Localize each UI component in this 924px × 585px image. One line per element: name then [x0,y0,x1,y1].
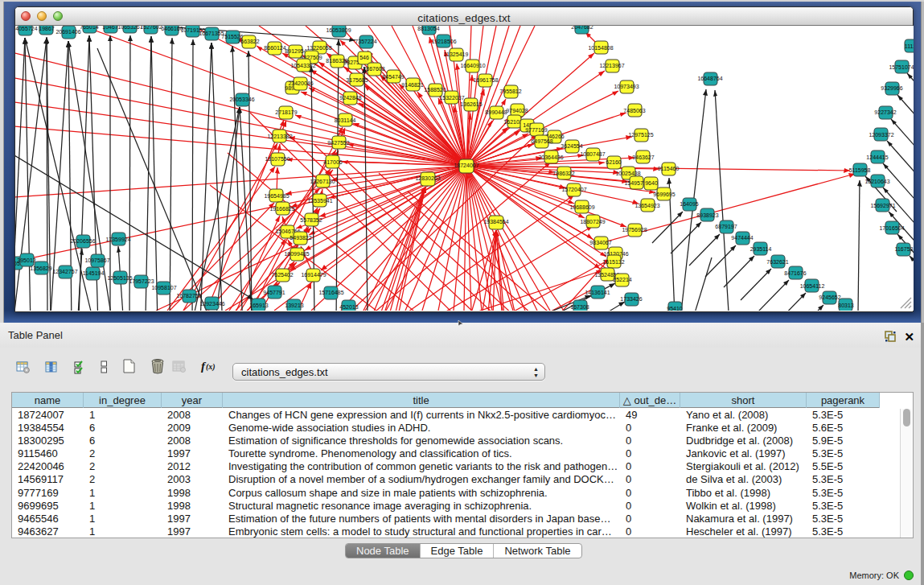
svg-text:12975125: 12975125 [628,132,653,138]
svg-text:15322037: 15322037 [439,95,464,101]
svg-text:10654112: 10654112 [800,283,825,289]
svg-text:8031144: 8031144 [335,117,356,123]
svg-text:1615132: 1615132 [602,259,624,265]
svg-text:2867608: 2867608 [363,66,384,72]
svg-text:10975867: 10975867 [84,257,109,263]
svg-text:6497568: 6497568 [531,138,552,144]
svg-text:11325419: 11325419 [444,51,469,57]
svg-text:765014: 765014 [80,26,98,30]
svg-text:16099485: 16099485 [284,251,309,257]
svg-text:10467: 10467 [102,26,118,30]
svg-text:1244415: 1244415 [866,154,888,160]
svg-text:9457791: 9457791 [263,290,285,295]
svg-text:1527602: 1527602 [140,26,162,30]
svg-text:1588520: 1588520 [424,87,446,93]
svg-text:12213382: 12213382 [267,134,292,139]
svg-text:12830203: 12830203 [415,175,440,181]
svg-text:(x): (x) [206,362,216,372]
svg-text:8990448: 8990448 [485,109,507,115]
svg-text:5493822: 5493822 [290,235,311,241]
svg-text:17016504: 17016504 [879,225,904,231]
svg-text:10973493: 10973493 [614,84,639,89]
svg-text:7955812: 7955812 [499,89,521,94]
svg-text:7485063: 7485063 [623,108,645,113]
svg-text:9777169: 9777169 [525,127,547,133]
svg-text:13267130: 13267130 [310,179,335,184]
svg-text:3175685: 3175685 [346,77,368,83]
svg-text:12093372: 12093372 [869,132,893,138]
svg-text:18107550: 18107550 [265,156,290,162]
svg-text:20691406: 20691406 [55,29,80,35]
svg-text:11124: 11124 [905,43,914,49]
svg-text:395013: 395013 [17,257,35,263]
svg-text:139213: 139213 [285,303,303,308]
svg-text:9245652: 9245652 [819,295,840,300]
svg-text:9427552: 9427552 [327,140,349,146]
svg-text:1362615: 1362615 [460,101,482,107]
svg-text:15716485: 15716485 [318,290,343,295]
svg-text:80313: 80313 [838,303,854,308]
svg-text:417006: 417006 [323,159,342,165]
svg-text:2718179: 2718179 [275,109,297,115]
svg-text:19218506: 19218506 [431,39,456,44]
svg-text:16671355: 16671355 [199,31,224,36]
svg-text:15692971: 15692971 [870,203,895,208]
svg-text:8454749: 8454749 [382,74,404,80]
svg-text:9463627: 9463627 [632,154,654,160]
svg-text:252214: 252214 [613,277,631,282]
svg-text:9474444: 9474444 [731,235,753,241]
svg-text:5578352: 5578352 [300,217,322,223]
svg-text:546: 546 [359,55,369,60]
svg-text:14055724: 14055724 [15,26,38,31]
svg-text:62160: 62160 [606,159,622,165]
svg-text:10653267: 10653267 [117,26,142,30]
svg-text:16914479: 16914479 [301,272,326,278]
svg-text:16648764: 16648764 [697,76,722,81]
svg-text:452013: 452013 [339,304,358,310]
svg-text:8471676: 8471676 [784,270,806,276]
svg-text:8813054: 8813054 [417,26,439,31]
svg-text:12213967: 12213967 [599,63,624,68]
svg-text:7357224: 7357224 [355,39,376,44]
svg-text:18724007: 18724007 [454,163,478,168]
svg-text:3624554: 3624554 [561,143,582,149]
svg-text:8938923: 8938923 [696,212,718,218]
svg-text:9115460: 9115460 [658,166,680,171]
svg-text:16053809: 16053809 [326,27,351,33]
svg-text:7663822: 7663822 [237,39,259,44]
svg-text:167308: 167308 [570,304,589,310]
svg-text:16961758: 16961758 [473,77,498,83]
svg-text:20364436: 20364436 [538,154,563,160]
svg-text:17359924: 17359924 [105,237,130,242]
svg-text:16640910: 16640910 [460,63,485,68]
svg-text:16210643: 16210643 [864,179,889,184]
svg-text:19384554: 19384554 [483,219,508,225]
svg-text:10154808: 10154808 [588,45,613,51]
svg-text:16782759: 16782759 [176,293,201,299]
svg-text:12923446: 12923446 [199,301,224,307]
svg-text:1356829: 1356829 [30,266,51,271]
svg-text:1145194: 1145194 [83,270,105,276]
svg-text:13535941: 13535941 [307,198,332,204]
svg-text:20053346: 20053346 [229,97,254,102]
svg-text:95410: 95410 [667,306,683,311]
svg-text:9699695: 9699695 [653,192,675,197]
svg-text:12342757: 12342757 [52,269,77,274]
svg-text:5115958: 5115958 [849,167,871,173]
svg-text:10958107: 10958107 [151,285,176,290]
svg-text:10807487: 10807487 [580,151,605,157]
svg-text:10688609: 10688609 [569,204,594,210]
svg-text:19654985: 19654985 [264,193,289,199]
svg-text:8660124: 8660124 [264,45,285,51]
svg-text:2935114: 2935114 [750,246,772,252]
svg-text:9794028: 9794028 [506,108,528,113]
svg-text:164095: 164095 [680,201,698,207]
svg-text:13654923: 13654923 [634,203,659,208]
svg-text:19867: 19867 [39,26,55,31]
svg-text:23420046: 23420046 [288,80,313,86]
svg-text:8912954: 8912954 [285,48,306,54]
svg-text:9834067: 9834067 [589,240,611,245]
svg-text:6879197: 6879197 [715,224,737,229]
svg-text:15751074: 15751074 [889,64,914,70]
svg-text:165913: 165913 [249,303,268,308]
